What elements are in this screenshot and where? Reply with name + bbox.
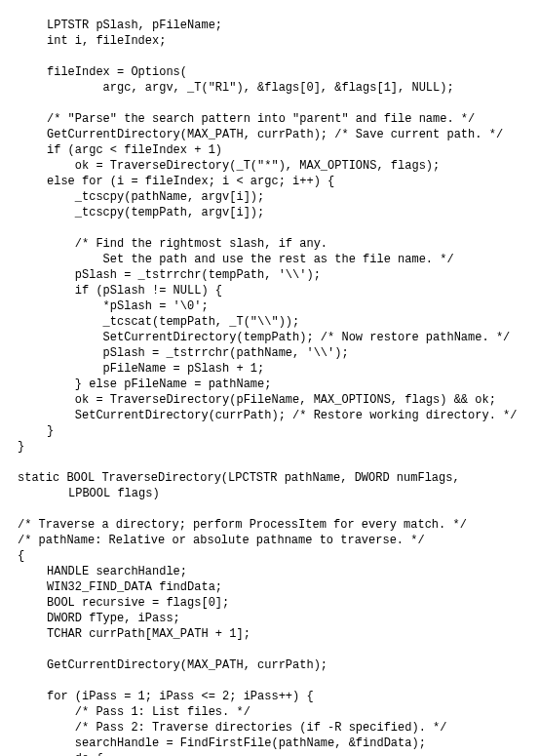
func-comment-2: /* pathName: Relative or absolute pathna… [0,533,539,548]
func-open-brace: { [0,548,539,564]
code-closing-brace: } [0,439,539,455]
code-block-1: LPTSTR pSlash, pFileName; int i, fileInd… [0,18,539,439]
func-signature-line1: static BOOL TraverseDirectory(LPCTSTR pa… [0,470,539,486]
code-block-2: HANDLE searchHandle; WIN32_FIND_DATA fin… [0,564,539,756]
func-signature-line2: LPBOOL flags) [0,486,539,501]
func-comment-1: /* Traverse a directory; perform Process… [0,517,539,533]
